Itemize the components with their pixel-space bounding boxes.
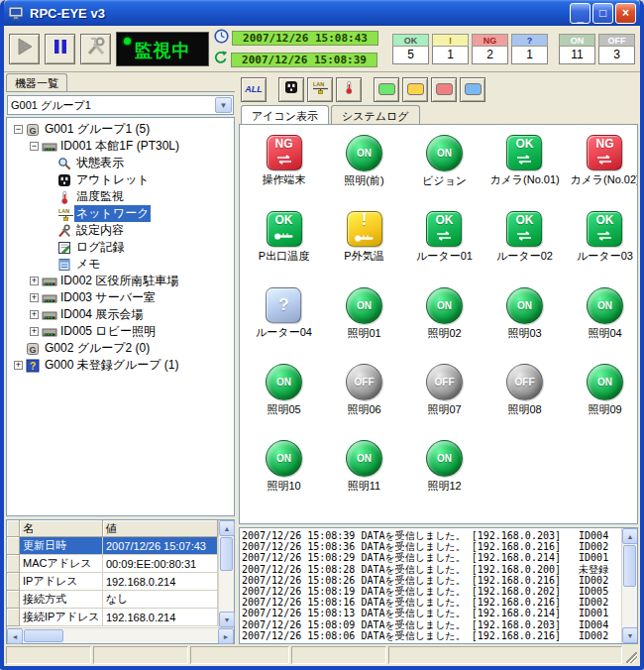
- device-icon-item[interactable]: ON照明02: [426, 287, 463, 341]
- settings-button[interactable]: [80, 34, 111, 64]
- vscroll-thumb[interactable]: [220, 537, 233, 571]
- tree-item-label[interactable]: 温度監視: [74, 188, 126, 205]
- table-row[interactable]: 更新日時2007/12/26 15:07:43: [7, 537, 218, 555]
- tab-icon-view[interactable]: アイコン表示: [241, 105, 329, 124]
- device-icon-item[interactable]: ON照明(前): [344, 135, 383, 188]
- tree-item-label[interactable]: ID003 サーバー室: [58, 289, 158, 306]
- filter-color-green-button[interactable]: [374, 77, 399, 102]
- tree-item[interactable]: LANネットワーク: [10, 205, 234, 222]
- table-row[interactable]: 接続方式なし: [7, 591, 218, 609]
- tree-item-label[interactable]: G000 未登録グループ (1): [43, 357, 181, 374]
- tree-item-label[interactable]: G002 グループ2 (0): [43, 340, 152, 357]
- tab-system-log[interactable]: システムログ: [331, 105, 420, 124]
- expand-icon[interactable]: +: [30, 277, 39, 285]
- expand-icon[interactable]: +: [30, 327, 39, 336]
- tree-item-label[interactable]: G001 グループ1 (5): [43, 121, 152, 138]
- tree-item[interactable]: −GG001 グループ1 (5): [10, 121, 234, 138]
- tree-item[interactable]: +ID002 区役所南駐車場: [10, 273, 234, 289]
- vscroll-thumb[interactable]: [623, 545, 636, 587]
- row-selector[interactable]: [7, 609, 20, 626]
- device-icon-item[interactable]: !P外気温: [344, 211, 383, 264]
- group-select[interactable]: G001 グループ1 ▼: [7, 95, 234, 115]
- device-icon-item[interactable]: ON照明01: [346, 287, 382, 341]
- scroll-up-icon[interactable]: ▲: [622, 528, 638, 544]
- tree-item[interactable]: +ID003 サーバー室: [10, 289, 234, 306]
- tree-item-label[interactable]: ネットワーク: [74, 205, 151, 222]
- tree-item[interactable]: 状態表示: [10, 155, 234, 171]
- minimize-button[interactable]: _: [570, 3, 590, 24]
- tree-item[interactable]: ログ記録: [10, 239, 234, 256]
- tree-item[interactable]: アウトレット: [10, 171, 234, 188]
- filter-color-red-button[interactable]: [431, 77, 457, 102]
- filter-all-button[interactable]: ALL: [241, 77, 267, 102]
- collapse-icon[interactable]: −: [14, 125, 23, 134]
- filter-color-yellow-button[interactable]: [402, 77, 428, 102]
- table-row[interactable]: IPアドレス192.168.0.214: [7, 573, 218, 591]
- tree-item[interactable]: +ID004 展示会場: [10, 306, 234, 323]
- device-icon-item[interactable]: ON照明09: [587, 364, 623, 417]
- scroll-down-icon[interactable]: ▼: [622, 627, 638, 643]
- tree-item-label[interactable]: ID005 ロビー照明: [58, 323, 158, 340]
- device-icon-item[interactable]: ON照明11: [346, 440, 382, 494]
- tab-device-list[interactable]: 機器一覧: [6, 73, 67, 91]
- device-icon-item[interactable]: OKルーター03: [577, 211, 633, 264]
- device-icon-item[interactable]: ON照明12: [426, 440, 463, 494]
- device-icon-item[interactable]: ON照明10: [266, 440, 302, 494]
- device-icon-item[interactable]: ONビジョン: [422, 135, 467, 188]
- row-selector[interactable]: [7, 555, 20, 573]
- tree-item-label[interactable]: ID002 区役所南駐車場: [58, 273, 180, 289]
- property-table-hscrollbar[interactable]: ◄ ►: [7, 627, 234, 643]
- expand-icon[interactable]: +: [30, 293, 39, 302]
- device-icon-item[interactable]: ON照明04: [587, 287, 623, 341]
- maximize-button[interactable]: □: [592, 3, 613, 24]
- chevron-down-icon[interactable]: ▼: [215, 97, 232, 113]
- tree-item[interactable]: −ID001 本館1F (PT30L): [10, 138, 234, 155]
- filter-color-blue-button[interactable]: [460, 77, 485, 102]
- hscroll-thumb[interactable]: [24, 629, 63, 642]
- close-button[interactable]: ×: [615, 3, 636, 24]
- tree-item[interactable]: +?G000 未登録グループ (1): [10, 357, 234, 374]
- tree-item[interactable]: 設定内容: [10, 222, 234, 239]
- row-selector[interactable]: [7, 573, 20, 591]
- filter-lan-button[interactable]: LAN: [307, 77, 333, 102]
- device-icon-item[interactable]: OFF照明06: [346, 364, 382, 417]
- tree-item-label[interactable]: ログ記録: [74, 239, 127, 256]
- tree-item[interactable]: 温度監視: [10, 188, 234, 205]
- device-icon-item[interactable]: ON照明03: [506, 287, 543, 341]
- expand-icon[interactable]: +: [14, 361, 23, 370]
- device-icon-item[interactable]: ON照明05: [266, 364, 302, 417]
- scroll-left-icon[interactable]: ◄: [7, 628, 23, 644]
- tree-item-label[interactable]: ID004 展示会場: [58, 306, 145, 323]
- device-icon-item[interactable]: NG操作端末: [263, 135, 306, 187]
- device-icon-item[interactable]: OKルーター02: [496, 211, 553, 264]
- pause-monitor-button[interactable]: [45, 34, 75, 64]
- tree-item[interactable]: GG002 グループ2 (0): [10, 340, 234, 357]
- device-icon-item[interactable]: ?ルーター04: [256, 287, 312, 340]
- row-selector[interactable]: [7, 537, 20, 555]
- scroll-down-icon[interactable]: ▼: [219, 612, 235, 627]
- collapse-icon[interactable]: −: [30, 142, 39, 151]
- device-icon-item[interactable]: OKルーター01: [416, 211, 473, 264]
- log-vscrollbar[interactable]: ▲ ▼: [621, 528, 637, 643]
- property-table-vscrollbar[interactable]: ▲ ▼: [218, 520, 234, 627]
- table-row[interactable]: 接続IPアドレス192.168.0.214: [7, 609, 218, 626]
- scroll-right-icon[interactable]: ►: [218, 628, 234, 644]
- filter-outlet-button[interactable]: [278, 77, 304, 102]
- start-monitor-button[interactable]: [9, 34, 40, 64]
- scroll-up-icon[interactable]: ▲: [219, 520, 235, 536]
- tree-item-label[interactable]: 状態表示: [74, 155, 126, 171]
- filter-thermometer-button[interactable]: [336, 77, 362, 102]
- device-icon-item[interactable]: NGカメラ(No.02): [570, 135, 638, 187]
- tree-item-label[interactable]: ID001 本館1F (PT30L): [58, 138, 181, 155]
- table-row[interactable]: MACアドレス00:09:EE:00:80:31: [7, 555, 218, 573]
- row-selector[interactable]: [7, 591, 20, 609]
- device-icon-item[interactable]: OKカメラ(No.01): [489, 135, 559, 187]
- device-icon-item[interactable]: OFF照明07: [426, 364, 463, 417]
- tree-item[interactable]: メモ: [10, 256, 234, 273]
- tree-item-label[interactable]: 設定内容: [74, 222, 126, 239]
- expand-icon[interactable]: +: [30, 310, 39, 319]
- resize-grip[interactable]: [624, 646, 638, 664]
- tree-item-label[interactable]: アウトレット: [74, 171, 152, 188]
- device-icon-item[interactable]: OKP出口温度: [259, 211, 309, 264]
- device-icon-item[interactable]: OFF照明08: [506, 364, 543, 417]
